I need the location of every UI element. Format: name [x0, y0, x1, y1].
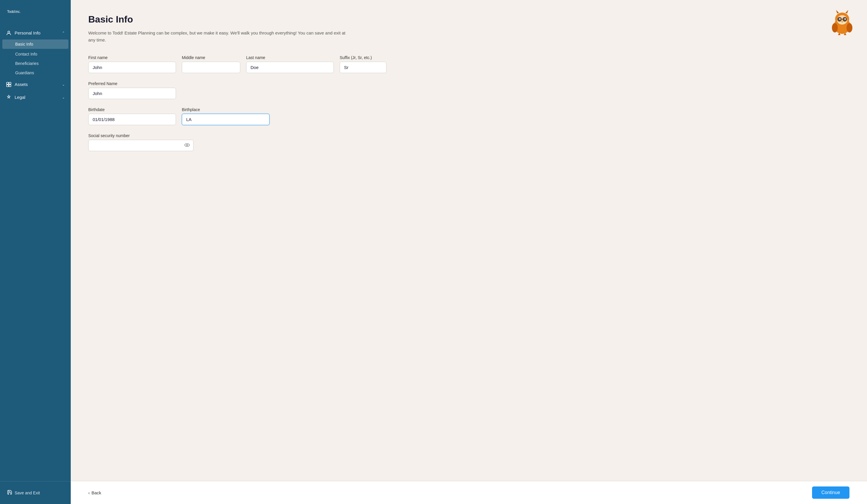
svg-rect-1 [7, 82, 9, 84]
chevron-down-icon-legal: ⌄ [62, 95, 65, 99]
assets-icon [6, 82, 12, 87]
preferred-name-input[interactable] [88, 88, 176, 99]
svg-point-0 [8, 31, 10, 33]
chevron-down-icon-assets: ⌄ [62, 83, 65, 87]
first-name-input[interactable] [88, 62, 176, 73]
owl-mascot [829, 9, 855, 35]
preferred-name-row: Preferred Name [88, 81, 844, 99]
continue-button[interactable]: Continue [812, 486, 849, 499]
svg-marker-8 [845, 10, 848, 13]
middle-name-input[interactable] [182, 62, 240, 73]
svg-marker-7 [836, 10, 839, 13]
sidebar: Toddinc. Personal Info ⌃ Basic Info Cont… [0, 0, 71, 504]
back-button[interactable]: ‹ Back [88, 490, 101, 495]
sidebar-personal-info-label: Personal Info [14, 30, 40, 35]
ssn-input[interactable] [88, 140, 193, 151]
page-title: Basic Info [88, 14, 844, 25]
svg-rect-4 [9, 85, 11, 87]
first-name-label: First name [88, 55, 176, 60]
sidebar-item-guardians[interactable]: Guardians [0, 68, 71, 77]
svg-point-20 [832, 23, 838, 32]
sidebar-item-legal[interactable]: Legal ⌄ [0, 92, 71, 103]
preferred-name-label: Preferred Name [88, 81, 176, 86]
ssn-wrapper [88, 140, 193, 151]
sidebar-item-basic-info[interactable]: Basic Info [2, 40, 68, 49]
suffix-input[interactable] [340, 62, 386, 73]
svg-point-22 [185, 143, 190, 147]
sidebar-item-contact-info[interactable]: Contact Info [0, 50, 71, 59]
sidebar-item-assets[interactable]: Assets ⌄ [0, 79, 71, 90]
first-name-group: First name [88, 55, 176, 73]
bottom-bar: ‹ Back Continue [71, 481, 867, 504]
sidebar-nav: Personal Info ⌃ Basic Info Contact Info … [0, 25, 71, 481]
page-description: Welcome to Todd! Estate Planning can be … [88, 30, 351, 44]
preferred-name-group: Preferred Name [88, 81, 176, 99]
ssn-label: Social security number [88, 133, 193, 138]
suffix-label: Suffix (Jr, Sr, etc.) [340, 55, 386, 60]
content-area: Basic Info Welcome to Todd! Estate Plann… [71, 0, 867, 481]
save-and-exit-button[interactable]: Save and Exit [6, 487, 65, 498]
last-name-label: Last name [246, 55, 334, 60]
suffix-group: Suffix (Jr, Sr, etc.) [340, 55, 386, 73]
middle-name-group: Middle name [182, 55, 240, 73]
back-icon: ‹ [88, 490, 90, 495]
eye-icon[interactable] [184, 142, 190, 149]
app-logo: Toddinc. [0, 0, 71, 25]
svg-rect-2 [9, 82, 11, 84]
ssn-group: Social security number [88, 133, 193, 151]
app-name-suffix: inc. [15, 9, 20, 14]
save-exit-icon [7, 490, 12, 496]
svg-point-17 [839, 19, 841, 20]
last-name-group: Last name [246, 55, 334, 73]
chevron-up-icon: ⌃ [62, 31, 65, 35]
birthplace-label: Birthplace [182, 107, 269, 112]
sidebar-assets-label: Assets [14, 82, 28, 87]
personal-info-sub-items: Basic Info Contact Info Beneficiaries Gu… [0, 40, 71, 77]
birth-row: Birthdate Birthplace [88, 107, 844, 125]
ssn-row: Social security number [88, 133, 844, 151]
birthdate-group: Birthdate [88, 107, 176, 125]
sidebar-item-personal-info[interactable]: Personal Info ⌃ [0, 27, 71, 39]
last-name-input[interactable] [246, 62, 334, 73]
birthdate-label: Birthdate [88, 107, 176, 112]
nav-section-assets: Assets ⌄ [0, 79, 71, 90]
sidebar-item-beneficiaries[interactable]: Beneficiaries [0, 59, 71, 68]
birthdate-input[interactable] [88, 114, 176, 125]
svg-point-21 [847, 23, 853, 32]
nav-section-legal: Legal ⌄ [0, 92, 71, 103]
svg-point-23 [186, 144, 188, 146]
birthplace-group: Birthplace [182, 107, 269, 125]
main-content: Basic Info Welcome to Todd! Estate Plann… [71, 0, 867, 504]
save-exit-label: Save and Exit [14, 491, 40, 495]
sidebar-legal-label: Legal [14, 95, 25, 100]
app-name: Todd [7, 9, 14, 14]
person-icon [6, 30, 12, 36]
svg-point-18 [845, 19, 846, 20]
nav-section-personal-info: Personal Info ⌃ Basic Info Contact Info … [0, 27, 71, 77]
middle-name-label: Middle name [182, 55, 240, 60]
legal-icon [6, 94, 12, 100]
name-row: First name Middle name Last name Suffix … [88, 55, 844, 73]
back-label: Back [92, 490, 101, 495]
birthplace-input[interactable] [182, 114, 269, 125]
sidebar-footer: Save and Exit [0, 481, 71, 504]
svg-rect-3 [7, 85, 9, 87]
